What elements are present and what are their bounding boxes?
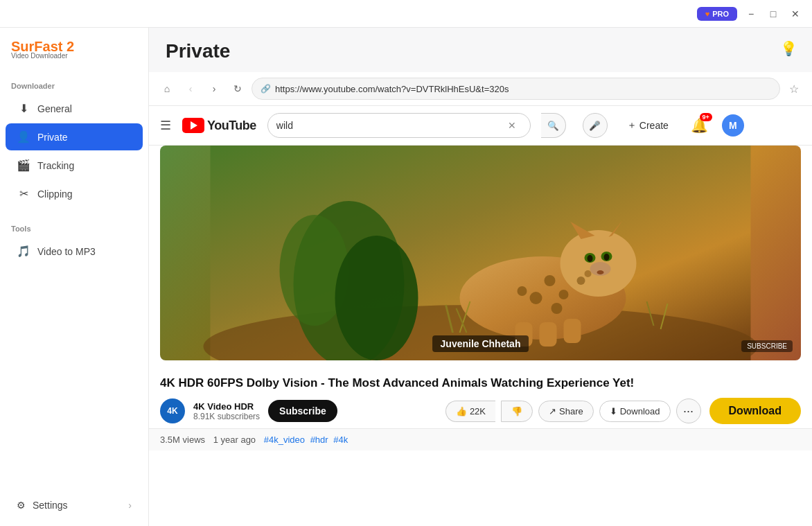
youtube-notifications-button[interactable]: 🔔 9+ — [688, 114, 711, 137]
more-options-button[interactable]: ··· — [676, 398, 701, 423]
sidebar-item-general-label: General — [37, 103, 72, 114]
url-text: https://www.youtube.com/watch?v=DVTRklHh… — [275, 84, 771, 94]
subscribe-watermark[interactable]: SUBSCRIBE — [741, 340, 793, 352]
svg-point-16 — [551, 303, 563, 314]
notification-badge: 9+ — [700, 113, 712, 121]
thumbs-up-icon: 👍 — [456, 406, 467, 417]
main-area: 💡 Private ⌂ ‹ › ↻ 🔗 https://www.youtube.… — [149, 0, 812, 526]
svg-point-14 — [559, 290, 569, 299]
video-thumbnail-svg — [160, 146, 801, 360]
tools-section-label: Tools — [0, 216, 148, 237]
main-download-button[interactable]: Download — [709, 398, 801, 424]
share-button[interactable]: ↗ Share — [538, 401, 594, 422]
channel-subs: 8.91K subscribers — [193, 412, 260, 421]
sidebar-item-clipping[interactable]: ✂ Clipping — [6, 180, 143, 207]
browser-content: ☰ YouTube ✕ 🔍 🎤 ＋ Create 🔔 9+ M — [149, 106, 812, 526]
plus-icon: ＋ — [627, 119, 637, 132]
youtube-logo-text: YouTube — [207, 119, 256, 133]
close-button[interactable]: ✕ — [787, 6, 804, 22]
heart-icon: ♥ — [705, 10, 710, 18]
download-icon: ⬇ — [17, 102, 30, 115]
share-icon: ↗ — [549, 406, 556, 417]
bookmark-button[interactable]: ☆ — [784, 79, 804, 98]
logo-container: SurFast 2 Video Downloader — [11, 39, 74, 60]
share-label: Share — [559, 406, 583, 417]
video-caption: Juvenile Chhetah — [432, 335, 529, 352]
svg-point-11 — [588, 255, 593, 262]
sidebar: SurFast 2 Video Downloader Downloader ⬇ … — [0, 0, 149, 526]
download-yt-icon: ⬇ — [610, 406, 617, 417]
video-tags: #4k_video #hdr #4k — [264, 435, 351, 445]
more-icon: ··· — [683, 404, 694, 419]
minimize-button[interactable]: − — [743, 6, 759, 22]
settings-label: Settings — [33, 500, 68, 511]
dislike-button[interactable]: 👎 — [501, 401, 533, 422]
url-bar[interactable]: 🔗 https://www.youtube.com/watch?v=DVTRkl… — [251, 78, 780, 100]
sidebar-item-mp3-label: Video to MP3 — [37, 246, 96, 257]
forward-button[interactable]: › — [204, 79, 224, 98]
youtube-avatar[interactable]: M — [722, 114, 744, 137]
sidebar-item-tracking[interactable]: 🎬 Tracking — [6, 152, 143, 179]
like-button[interactable]: 👍 22K — [445, 401, 495, 422]
tag-4k[interactable]: #4k — [333, 435, 348, 445]
channel-avatar: 4K — [160, 398, 185, 423]
chevron-right-icon: › — [128, 500, 132, 511]
sidebar-item-general[interactable]: ⬇ General — [6, 95, 143, 122]
title-bar: ♥ PRO − □ ✕ — [0, 0, 812, 28]
youtube-logo[interactable]: YouTube — [182, 118, 256, 133]
page-title: Private — [149, 28, 812, 72]
sidebar-item-clipping-label: Clipping — [37, 189, 73, 200]
video-title: 4K HDR 60FPS Dolby Vision - The Most Adv… — [160, 376, 801, 391]
logo-sub: Video Downloader — [11, 52, 74, 60]
maximize-button[interactable]: □ — [765, 6, 782, 22]
youtube-search-button[interactable]: 🔍 — [541, 113, 566, 138]
tag-hdr[interactable]: #hdr — [310, 435, 328, 445]
settings-icon: ⚙ — [17, 500, 26, 511]
downloader-section-label: Downloader — [0, 73, 148, 94]
title-bar-controls: ♥ PRO − □ ✕ — [697, 6, 804, 22]
youtube-search-bar: ✕ — [267, 113, 531, 138]
svg-point-18 — [577, 277, 585, 285]
tracking-icon: 🎬 — [17, 159, 30, 172]
create-label: Create — [639, 120, 669, 131]
search-clear-icon[interactable]: ✕ — [508, 120, 516, 131]
youtube-mic-button[interactable]: 🎤 — [583, 113, 608, 138]
pro-badge[interactable]: ♥ PRO — [697, 7, 737, 21]
clipping-icon: ✂ — [17, 187, 30, 200]
svg-point-15 — [530, 292, 542, 304]
settings-left: ⚙ Settings — [17, 500, 68, 511]
avatar-letter: M — [729, 120, 737, 131]
youtube-download-button[interactable]: ⬇ Download — [599, 401, 671, 422]
refresh-button[interactable]: ↻ — [228, 79, 247, 98]
sidebar-item-settings[interactable]: ⚙ Settings › — [6, 493, 143, 518]
sidebar-logo: SurFast 2 Video Downloader — [0, 28, 148, 73]
svg-point-4 — [335, 236, 418, 360]
youtube-header: ☰ YouTube ✕ 🔍 🎤 ＋ Create 🔔 9+ M — [149, 106, 812, 146]
sidebar-item-private[interactable]: 👤 Private — [6, 123, 143, 150]
home-button[interactable]: ⌂ — [157, 79, 177, 98]
like-count: 22K — [470, 406, 486, 417]
sidebar-item-video-to-mp3[interactable]: 🎵 Video to MP3 — [6, 238, 143, 265]
channel-name: 4K Video HDR — [193, 401, 260, 412]
tag-4k-video[interactable]: #4k_video — [264, 435, 305, 445]
private-icon: 👤 — [17, 130, 30, 143]
video-info: 4K HDR 60FPS Dolby Vision - The Most Adv… — [149, 369, 812, 428]
svg-rect-22 — [564, 319, 581, 343]
channel-avatar-text: 4K — [167, 406, 177, 416]
sidebar-item-private-label: Private — [37, 132, 68, 143]
video-channel-row: 4K 4K Video HDR 8.91K subscribers Subscr… — [160, 398, 801, 424]
pro-label: PRO — [712, 10, 729, 18]
menu-icon[interactable]: ☰ — [160, 118, 171, 133]
back-button[interactable]: ‹ — [181, 79, 200, 98]
light-button[interactable]: 💡 — [776, 36, 801, 61]
svg-point-24 — [597, 270, 604, 274]
video-thumbnail[interactable]: Juvenile Chhetah SUBSCRIBE — [160, 146, 801, 360]
youtube-logo-icon — [182, 118, 204, 133]
svg-point-13 — [545, 275, 556, 286]
sidebar-item-tracking-label: Tracking — [37, 160, 74, 171]
big-download-label: Download — [729, 405, 782, 417]
youtube-search-input[interactable] — [276, 120, 508, 131]
subscribe-button[interactable]: Subscribe — [268, 400, 337, 422]
youtube-create-button[interactable]: ＋ Create — [619, 115, 677, 136]
sidebar-bottom: ⚙ Settings › — [0, 484, 148, 526]
